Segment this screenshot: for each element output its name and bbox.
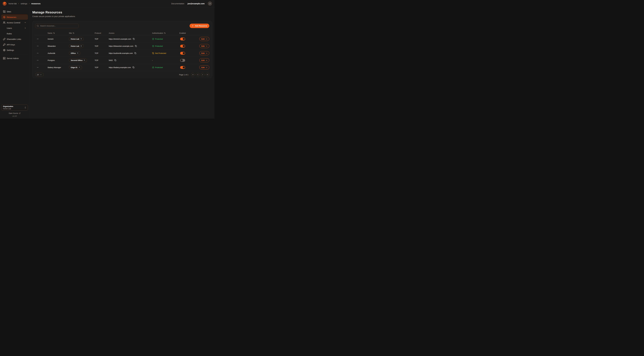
sidebar-item-access-control[interactable]: Access Control [1,20,28,25]
page-size-select[interactable]: 20 [35,73,44,76]
resource-access: https://authentik.example.com [109,52,152,54]
sidebar-item-shareable-links[interactable]: Shareable Links [1,36,28,42]
column-header-access: Access [109,32,152,34]
enabled-toggle[interactable] [180,52,185,55]
row-menu-button[interactable] [36,66,40,69]
sidebar-divider [1,54,28,54]
column-header-name: Name [48,32,69,34]
chevron-right-icon [24,27,26,29]
sidebar-item-label: Access Control [7,22,20,24]
column-header-authentication: Authentication [152,32,179,34]
breadcrumb-org[interactable]: home-lab [8,2,17,5]
last-page-button[interactable] [206,73,209,76]
resource-access: 5432 [109,59,152,62]
sidebar-item-users[interactable]: Users [1,25,28,31]
arrow-right-icon [206,38,208,40]
arrow-up-right-icon [78,66,80,68]
copy-icon[interactable] [132,38,135,40]
arrow-up-right-icon [80,45,82,47]
search-input[interactable] [40,25,77,27]
plus-icon [192,25,194,27]
table-row: Battery Manager Edge 01 TCP https://batt… [35,64,209,71]
sidebar-item-roles[interactable]: Roles [1,31,28,36]
toggle-knob [183,38,185,40]
row-menu-button[interactable] [36,37,40,41]
table-body: Immich Home Lab TCP https://immich.examp… [35,35,209,71]
sidebar-item-sites[interactable]: Sites [1,9,28,14]
shield-check-icon [152,45,154,47]
next-page-button[interactable] [201,73,204,76]
site-link-button[interactable]: Office [69,51,80,55]
resource-access: https://immich.example.com [109,38,152,40]
sidebar-item-label: Server Admin [7,57,19,60]
organization-selector[interactable]: Organization Home Lab [1,104,28,110]
copy-icon[interactable] [114,59,116,62]
breadcrumb: home-lab settings resources [8,2,40,5]
app-window: home-lab settings resources Documentatio… [0,0,215,119]
enabled-toggle[interactable] [180,38,185,40]
edit-button[interactable]: Edit [199,51,209,55]
chevron-down-icon [24,22,26,24]
user-email[interactable]: joe@example.com [188,2,204,5]
copy-icon[interactable] [135,45,137,47]
chevron-right-icon [28,2,30,4]
arrow-up-right-icon [84,60,85,61]
sidebar-item-api-keys[interactable]: API Keys [1,42,28,47]
site-link-button[interactable]: Home Lab [69,44,84,48]
arrow-right-icon [206,45,208,47]
edit-button[interactable]: Edit [199,44,209,48]
row-menu-button[interactable] [36,51,40,55]
site-link-button[interactable]: Second Office [69,58,87,62]
users-icon [3,21,6,24]
copy-icon[interactable] [134,52,136,54]
search-icon [37,25,39,27]
sort-icon[interactable] [53,32,55,34]
avatar[interactable]: J [208,2,212,6]
edit-button[interactable]: Edit [199,37,209,41]
organization-texts: Organization Home Lab [3,106,13,110]
sidebar-item-resources[interactable]: Resources [1,14,28,20]
sort-icon[interactable] [164,32,166,34]
enabled-toggle[interactable] [180,59,185,62]
sidebar-item-settings[interactable]: Settings [1,48,28,53]
edit-button[interactable]: Edit [199,58,209,62]
open-source-link[interactable]: Open Source [1,112,28,114]
previous-page-button[interactable] [196,73,200,76]
copy-icon[interactable] [132,66,135,68]
arrow-right-icon [206,66,208,68]
chevron-down-icon [40,74,42,76]
auth-status-badge: Protected [152,66,179,68]
arrow-right-icon [206,60,208,61]
enabled-toggle[interactable] [180,45,185,48]
sidebar-item-label: Shareable Links [7,38,21,40]
documentation-link[interactable]: Documentation [171,2,184,5]
sidebar: Sites Resources Access Control Users [0,7,30,119]
avatar-initial: J [210,2,210,4]
breadcrumb-settings[interactable]: settings [20,2,27,5]
table-row: Authentik Office TCP https://authentik.e… [35,50,209,57]
page-title: Manage Resources [32,10,215,14]
row-menu-button[interactable] [36,58,40,62]
chevron-right-icon [18,2,20,4]
sidebar-item-label: API Keys [7,44,15,46]
auth-status-badge: Not Protected [152,52,179,54]
sidebar-item-server-admin[interactable]: Server Admin [1,56,28,61]
column-header-enabled: Enabled [179,32,198,34]
pangolin-logo[interactable] [2,1,7,6]
enabled-toggle[interactable] [180,66,185,69]
search-box [35,24,79,28]
first-page-button[interactable] [191,73,195,76]
resource-access: https://bitwarden.example.com [109,45,152,47]
open-source-label: Open Source [9,112,18,114]
row-menu-button[interactable] [36,44,40,48]
add-resource-button[interactable]: Add Resource [190,24,209,28]
page-subtitle: Create secure proxies to your private ap… [32,15,215,18]
edit-button[interactable]: Edit [199,65,209,70]
site-link-button[interactable]: Edge 01 [69,66,82,69]
site-link-button[interactable]: Home Lab [69,37,84,41]
sidebar-item-label: Users [7,27,12,29]
arrow-up-right-icon [77,52,78,54]
resources-card: Add Resource Name Site [32,21,212,78]
sort-icon[interactable] [73,32,74,34]
sites-icon [3,10,6,13]
